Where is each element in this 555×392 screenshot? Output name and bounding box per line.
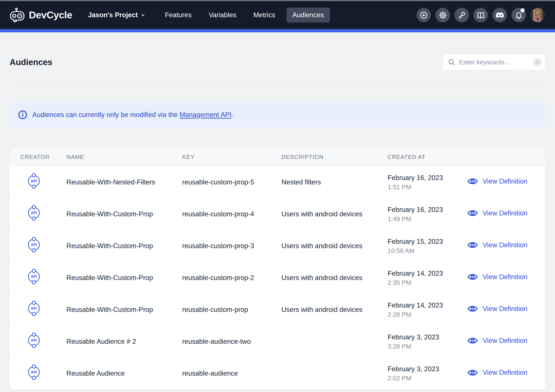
info-icon xyxy=(18,110,28,120)
search-input[interactable] xyxy=(459,58,530,66)
eye-icon xyxy=(467,273,478,281)
audience-name: Reusable Audience xyxy=(66,370,182,377)
svg-text:API: API xyxy=(31,307,37,310)
audience-name: Reusable-With-Nested-Filters xyxy=(66,178,182,186)
nav-item-metrics[interactable]: Metrics xyxy=(254,8,275,22)
devcycle-robot-logo-icon xyxy=(10,8,24,22)
created-time: 1:49 PM xyxy=(388,214,459,223)
column-header-created-at: Created At xyxy=(388,154,466,160)
created-date: February 3, 2023 xyxy=(388,364,459,374)
view-definition-label: View Definition xyxy=(483,369,527,377)
table-row: API Reusable-With-Custom-Prop reusable-c… xyxy=(10,230,545,262)
api-creator-icon: API xyxy=(27,172,41,191)
user-avatar[interactable] xyxy=(531,8,545,22)
audience-key: reusable-custom-prop-2 xyxy=(182,274,281,282)
actions-cell: View Definition xyxy=(466,369,545,378)
column-header-description: Description xyxy=(281,154,388,160)
view-definition-link[interactable]: View Definition xyxy=(467,273,527,281)
created-at-cell: February 14, 2023 2:28 PM xyxy=(388,300,466,319)
chevron-down-icon xyxy=(140,12,146,18)
eye-icon xyxy=(467,209,478,217)
svg-text:API: API xyxy=(31,211,37,215)
project-switcher[interactable]: Jason's Project xyxy=(88,11,146,19)
created-at-cell: February 14, 2023 2:35 PM xyxy=(388,269,466,287)
svg-text:API: API xyxy=(31,243,37,247)
discord-icon xyxy=(496,11,504,19)
nav-item-audiences[interactable]: Audiences xyxy=(286,8,330,22)
created-time: 1:51 PM xyxy=(388,183,459,192)
management-api-link[interactable]: Management API xyxy=(180,111,232,119)
created-at-cell: February 3, 2023 2:02 PM xyxy=(388,364,466,383)
brand[interactable]: DevCycle xyxy=(10,8,72,22)
svg-text:API: API xyxy=(31,275,37,278)
page-title: Audiences xyxy=(10,57,52,67)
svg-text:API: API xyxy=(31,339,37,342)
api-keys-button[interactable] xyxy=(454,8,469,22)
project-name: Jason's Project xyxy=(88,11,138,19)
docs-button[interactable] xyxy=(474,8,488,22)
audience-name: Reusable-With-Custom-Prop xyxy=(66,274,182,282)
creator-cell: API xyxy=(10,236,66,256)
actions-cell: View Definition xyxy=(466,209,545,219)
view-definition-label: View Definition xyxy=(483,178,527,185)
audience-key: reusable-audience-two xyxy=(182,338,281,346)
banner-text: Audiences can currently only be modified… xyxy=(32,111,233,119)
eye-icon xyxy=(467,177,478,185)
search-box: × xyxy=(443,54,545,70)
view-definition-label: View Definition xyxy=(483,337,527,345)
created-time: 2:02 PM xyxy=(388,374,459,383)
table-row: API Reusable Audience # 2 reusable-audie… xyxy=(10,326,545,357)
notifications-button[interactable] xyxy=(511,8,526,22)
actions-cell: View Definition xyxy=(466,273,545,283)
svg-text:API: API xyxy=(31,371,37,374)
created-date: February 14, 2023 xyxy=(388,269,459,278)
book-icon xyxy=(477,11,485,19)
view-definition-link[interactable]: View Definition xyxy=(467,209,527,217)
add-button[interactable] xyxy=(416,8,431,22)
api-creator-icon: API xyxy=(27,363,41,382)
created-date: February 16, 2023 xyxy=(388,173,459,183)
table-row: API Reusable-With-Custom-Prop reusable-c… xyxy=(10,262,545,294)
search-icon xyxy=(448,58,456,66)
nav-item-features[interactable]: Features xyxy=(165,8,192,22)
view-definition-link[interactable]: View Definition xyxy=(467,177,527,185)
nav-item-variables[interactable]: Variables xyxy=(209,8,236,22)
view-definition-link[interactable]: View Definition xyxy=(467,369,527,377)
clear-search-button[interactable]: × xyxy=(533,58,542,66)
view-definition-link[interactable]: View Definition xyxy=(467,336,527,345)
api-creator-icon: API xyxy=(27,204,41,222)
plus-circle-icon xyxy=(420,11,428,19)
audience-description: Users with android devices xyxy=(281,306,388,314)
settings-button[interactable] xyxy=(436,8,450,22)
created-time: 2:28 PM xyxy=(388,310,459,319)
table-header: Creator Name Key Description Created At xyxy=(10,148,545,166)
creator-cell: API xyxy=(10,363,66,384)
gear-icon xyxy=(439,11,447,19)
audiences-table: Creator Name Key Description Created At xyxy=(10,148,545,390)
api-creator-icon: API xyxy=(27,332,41,350)
eye-icon xyxy=(467,369,478,377)
table-body: API Reusable-With-Nested-Filters reusabl… xyxy=(10,166,545,389)
table-row: API Reusable-With-Custom-Prop reusable-c… xyxy=(10,198,545,230)
actions-cell: View Definition xyxy=(466,305,545,314)
navbar-actions xyxy=(416,8,545,22)
created-at-cell: February 3, 2023 3:28 PM xyxy=(388,332,466,351)
created-date: February 15, 2023 xyxy=(388,237,459,246)
created-at-cell: February 16, 2023 1:51 PM xyxy=(388,173,466,192)
discord-button[interactable] xyxy=(492,8,507,22)
main-content: Audiences × Audiences can currently only… xyxy=(0,54,555,390)
info-banner: Audiences can currently only be modified… xyxy=(10,103,545,127)
audience-key: reusable-audience xyxy=(182,370,281,377)
primary-nav: Features Variables Metrics Audiences xyxy=(165,8,324,22)
audience-description: Nested filters xyxy=(281,178,388,186)
created-date: February 16, 2023 xyxy=(388,205,459,214)
view-definition-link[interactable]: View Definition xyxy=(467,241,527,249)
view-definition-label: View Definition xyxy=(483,305,527,313)
view-definition-link[interactable]: View Definition xyxy=(467,305,527,313)
api-creator-icon: API xyxy=(27,236,41,254)
actions-cell: View Definition xyxy=(466,336,545,346)
actions-cell: View Definition xyxy=(466,241,545,251)
eye-icon xyxy=(467,305,478,313)
created-time: 3:28 PM xyxy=(388,342,459,351)
created-at-cell: February 15, 2023 10:58 AM xyxy=(388,237,466,255)
